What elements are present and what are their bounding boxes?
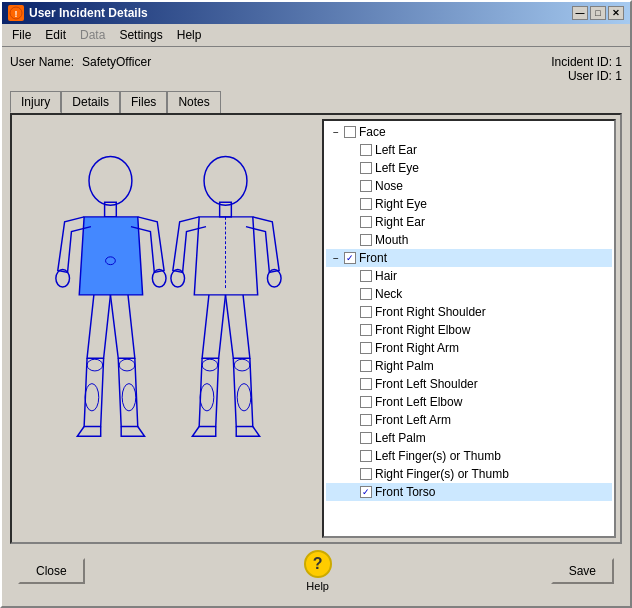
tree-node-mouth[interactable]: Mouth	[326, 231, 612, 249]
label-right-eye: Right Eye	[375, 197, 427, 211]
toggle-neck	[328, 286, 344, 302]
checkbox-right-fingers[interactable]	[360, 468, 372, 480]
save-button[interactable]: Save	[551, 558, 614, 584]
toggle-front-torso	[328, 484, 344, 500]
tree-node-front[interactable]: − ✓ Front	[326, 249, 612, 267]
tab-notes[interactable]: Notes	[167, 91, 220, 113]
label-right-fingers: Right Finger(s) or Thumb	[375, 467, 509, 481]
tab-bar: Injury Details Files Notes	[10, 91, 622, 113]
tree-node-nose[interactable]: Nose	[326, 177, 612, 195]
svg-point-8	[85, 383, 99, 410]
menu-data: Data	[74, 26, 111, 44]
label-hair: Hair	[375, 269, 397, 283]
titlebar-buttons: — □ ✕	[572, 6, 624, 20]
toggle-front-left-arm	[328, 412, 344, 428]
user-info-row: User Name: SafetyOfficer Incident ID: 1 …	[10, 55, 622, 83]
tab-injury[interactable]: Injury	[10, 91, 61, 113]
titlebar-left: ! User Incident Details	[8, 5, 148, 21]
toggle-front[interactable]: −	[328, 250, 344, 266]
close-button[interactable]: Close	[18, 558, 85, 584]
toggle-face[interactable]: −	[328, 124, 344, 140]
help-button[interactable]: ?	[304, 550, 332, 578]
checkbox-right-palm[interactable]	[360, 360, 372, 372]
body-diagram-svg	[27, 134, 307, 524]
user-id-value: 1	[615, 69, 622, 83]
label-face: Face	[359, 125, 386, 139]
tree-node-left-ear[interactable]: Left Ear	[326, 141, 612, 159]
checkbox-left-palm[interactable]	[360, 432, 372, 444]
svg-point-17	[200, 383, 214, 410]
toggle-left-palm	[328, 430, 344, 446]
tree-node-right-eye[interactable]: Right Eye	[326, 195, 612, 213]
user-id-label: User ID:	[568, 69, 612, 83]
checkbox-left-fingers[interactable]	[360, 450, 372, 462]
checkbox-front-right-arm[interactable]	[360, 342, 372, 354]
tree-node-front-right-elbow[interactable]: Front Right Elbow	[326, 321, 612, 339]
checkbox-right-eye[interactable]	[360, 198, 372, 210]
checkbox-left-ear[interactable]	[360, 144, 372, 156]
tree-node-right-fingers[interactable]: Right Finger(s) or Thumb	[326, 465, 612, 483]
tree-node-hair[interactable]: Hair	[326, 267, 612, 285]
tree-node-front-right-arm[interactable]: Front Right Arm	[326, 339, 612, 357]
label-front-right-shoulder: Front Right Shoulder	[375, 305, 486, 319]
checkbox-front-right-shoulder[interactable]	[360, 306, 372, 318]
tree-node-left-fingers[interactable]: Left Finger(s) or Thumb	[326, 447, 612, 465]
help-label: Help	[306, 580, 329, 592]
checkbox-front-torso[interactable]: ✓	[360, 486, 372, 498]
tab-details[interactable]: Details	[61, 91, 120, 113]
label-front-left-arm: Front Left Arm	[375, 413, 451, 427]
checkbox-front-left-shoulder[interactable]	[360, 378, 372, 390]
toggle-front-right-elbow	[328, 322, 344, 338]
svg-point-16	[234, 359, 250, 371]
tree-node-face[interactable]: − Face	[326, 123, 612, 141]
checkbox-nose[interactable]	[360, 180, 372, 192]
menu-settings[interactable]: Settings	[113, 26, 168, 44]
maximize-button[interactable]: □	[590, 6, 606, 20]
window-close-button[interactable]: ✕	[608, 6, 624, 20]
checkbox-hair[interactable]	[360, 270, 372, 282]
menu-edit[interactable]: Edit	[39, 26, 72, 44]
tree-view[interactable]: − Face Left Ear	[322, 119, 616, 538]
checkbox-right-ear[interactable]	[360, 216, 372, 228]
window-title: User Incident Details	[29, 6, 148, 20]
toggle-left-fingers	[328, 448, 344, 464]
checkbox-left-eye[interactable]	[360, 162, 372, 174]
tree-node-front-right-shoulder[interactable]: Front Right Shoulder	[326, 303, 612, 321]
main-panel: − Face Left Ear	[10, 113, 622, 544]
content-area: User Name: SafetyOfficer Incident ID: 1 …	[2, 47, 630, 606]
label-left-eye: Left Eye	[375, 161, 419, 175]
tree-node-left-eye[interactable]: Left Eye	[326, 159, 612, 177]
user-name-row: User Name: SafetyOfficer	[10, 55, 151, 69]
toggle-right-eye	[328, 196, 344, 212]
tree-node-front-torso[interactable]: ✓ Front Torso	[326, 483, 612, 501]
help-area: ? Help	[304, 550, 332, 592]
minimize-button[interactable]: —	[572, 6, 588, 20]
toggle-left-eye	[328, 160, 344, 176]
menu-file[interactable]: File	[6, 26, 37, 44]
checkbox-face[interactable]	[344, 126, 356, 138]
svg-point-11	[204, 156, 247, 205]
menu-help[interactable]: Help	[171, 26, 208, 44]
tree-node-front-left-arm[interactable]: Front Left Arm	[326, 411, 612, 429]
checkbox-mouth[interactable]	[360, 234, 372, 246]
tree-node-right-palm[interactable]: Right Palm	[326, 357, 612, 375]
tree-node-right-ear[interactable]: Right Ear	[326, 213, 612, 231]
checkbox-front-right-elbow[interactable]	[360, 324, 372, 336]
label-left-ear: Left Ear	[375, 143, 417, 157]
tree-node-left-palm[interactable]: Left Palm	[326, 429, 612, 447]
label-front-left-elbow: Front Left Elbow	[375, 395, 462, 409]
tree-node-front-left-elbow[interactable]: Front Left Elbow	[326, 393, 612, 411]
label-left-palm: Left Palm	[375, 431, 426, 445]
tab-files[interactable]: Files	[120, 91, 167, 113]
svg-point-6	[87, 359, 103, 371]
checkbox-neck[interactable]	[360, 288, 372, 300]
checkbox-front-left-arm[interactable]	[360, 414, 372, 426]
checkbox-front[interactable]: ✓	[344, 252, 356, 264]
incident-id-label: Incident ID:	[551, 55, 612, 69]
toggle-front-left-elbow	[328, 394, 344, 410]
tree-node-neck[interactable]: Neck	[326, 285, 612, 303]
checkbox-front-left-elbow[interactable]	[360, 396, 372, 408]
svg-point-7	[119, 359, 135, 371]
svg-point-15	[202, 359, 218, 371]
tree-node-front-left-shoulder[interactable]: Front Left Shoulder	[326, 375, 612, 393]
